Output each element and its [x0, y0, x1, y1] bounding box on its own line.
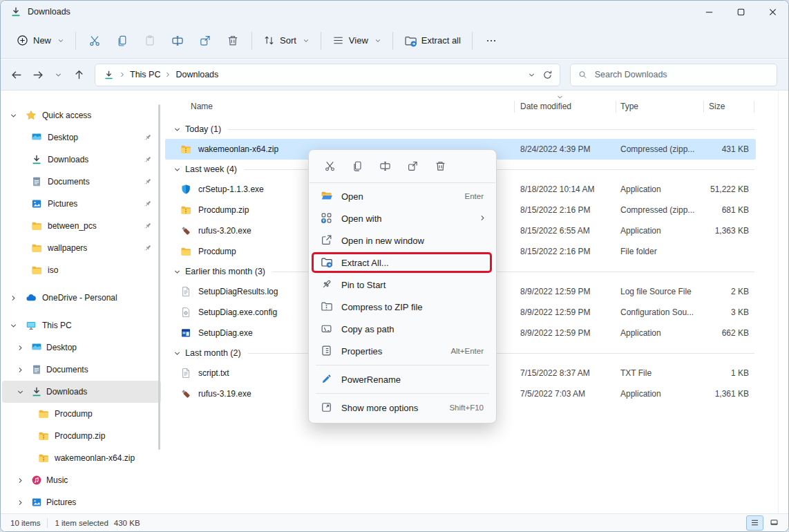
breadcrumb[interactable]: This PC Downloads: [95, 64, 560, 86]
up-button[interactable]: [68, 64, 89, 85]
sidebar-item-pc-music[interactable]: Music: [2, 469, 161, 491]
close-button[interactable]: [757, 1, 788, 23]
sidebar-item-between-pcs[interactable]: between_pcs: [2, 215, 161, 237]
refresh-icon[interactable]: [542, 70, 553, 80]
context-menu-item-open-in-new-window[interactable]: Open in new window: [312, 229, 493, 251]
context-menu-item-copy-as-path[interactable]: Copy as path: [312, 318, 493, 340]
zip-folder-icon: [180, 205, 191, 216]
context-menu-item-properties[interactable]: Properties Alt+Enter: [312, 340, 493, 362]
maximize-button[interactable]: [725, 1, 757, 23]
delete-icon[interactable]: [426, 155, 454, 176]
chevron-down-icon[interactable]: [16, 388, 24, 396]
sort-button[interactable]: Sort: [257, 30, 316, 51]
sidebar-item-wallpapers[interactable]: wallpapers: [2, 237, 161, 259]
back-button[interactable]: [6, 64, 27, 85]
details-view-toggle[interactable]: [746, 515, 763, 531]
context-menu-item-show-more-options[interactable]: Show more options Shift+F10: [312, 397, 493, 419]
downloads-icon: [104, 70, 114, 80]
address-bar: This PC Downloads: [1, 59, 788, 91]
breadcrumb-downloads[interactable]: Downloads: [171, 67, 222, 82]
sidebar-item-onedrive[interactable]: OneDrive - Personal: [2, 287, 161, 309]
sidebar-item-iso[interactable]: iso: [2, 259, 161, 281]
search-input[interactable]: [593, 69, 769, 80]
toolbar-separator: [321, 32, 321, 50]
context-menu: Open Enter Open with Open in new window …: [308, 149, 497, 424]
chevron-right-icon[interactable]: [16, 344, 24, 352]
sidebar-item-pc-procdump[interactable]: Procdump: [2, 403, 161, 425]
context-menu-item-powerrename[interactable]: PowerRename: [312, 368, 493, 390]
chevron-right-icon[interactable]: [9, 294, 17, 302]
sidebar-item-desktop[interactable]: Desktop: [2, 126, 161, 149]
cut-icon[interactable]: [81, 28, 108, 53]
share-icon[interactable]: [399, 155, 426, 176]
address-dropdown-chevron[interactable]: [528, 71, 535, 79]
see-more-button[interactable]: [477, 28, 505, 53]
navigation-pane: Quick access Desktop Downloads Documents…: [1, 91, 162, 513]
chevron-down-icon[interactable]: [9, 322, 17, 330]
selection-count: 1 item selected: [55, 519, 108, 527]
breadcrumb-this-pc[interactable]: This PC: [126, 67, 164, 82]
cut-icon[interactable]: [316, 155, 343, 176]
chevron-down-icon[interactable]: [9, 112, 17, 120]
context-menu-item-extract-all[interactable]: Extract All...: [312, 251, 493, 274]
list-scrollbar-track[interactable]: [778, 91, 779, 513]
sidebar-item-quick-access[interactable]: Quick access: [2, 104, 161, 126]
paste-icon[interactable]: [136, 28, 164, 53]
sidebar-item-this-pc[interactable]: This PC: [2, 314, 161, 336]
sidebar-item-pictures[interactable]: Pictures: [2, 193, 161, 215]
selection-size: 430 KB: [114, 519, 140, 527]
sidebar-item-pc-desktop[interactable]: Desktop: [2, 336, 161, 359]
chevron-right-icon[interactable]: [16, 477, 24, 484]
copy-as-path-icon: [321, 323, 332, 334]
folder-icon: [31, 243, 42, 254]
column-header-date-modified[interactable]: Date modified: [520, 102, 571, 111]
sort-descending-chevron: [556, 93, 564, 101]
sidebar-item-pc-documents[interactable]: Documents: [2, 359, 161, 381]
context-menu-item-pin-to-start[interactable]: Pin to Start: [312, 274, 493, 296]
group-header-today[interactable]: Today (1): [165, 120, 766, 139]
music-icon: [31, 475, 42, 486]
new-button[interactable]: New: [10, 30, 70, 51]
search-box[interactable]: [570, 64, 777, 86]
sidebar-item-pc-procdump-zip[interactable]: Procdump.zip: [2, 425, 161, 447]
context-menu-item-open[interactable]: Open Enter: [312, 185, 493, 207]
copy-icon[interactable]: [108, 28, 136, 53]
share-icon[interactable]: [191, 28, 219, 53]
delete-icon[interactable]: [219, 28, 247, 53]
copy-icon[interactable]: [343, 155, 371, 176]
minimize-button[interactable]: [693, 1, 725, 23]
pin-icon: [144, 133, 152, 142]
view-button[interactable]: View: [326, 30, 388, 51]
rename-icon[interactable]: [164, 28, 191, 53]
text-file-icon: [180, 368, 191, 379]
context-menu-item-compress-to-zip[interactable]: Compress to ZIP file: [312, 296, 493, 318]
chevron-right-icon: [479, 214, 486, 222]
sidebar-scrollbar[interactable]: [158, 104, 160, 450]
context-menu-item-open-with[interactable]: Open with: [312, 207, 493, 229]
properties-icon: [321, 345, 332, 357]
chevron-down-icon: [173, 350, 181, 357]
rename-icon[interactable]: [371, 155, 399, 176]
sidebar-item-pc-downloads[interactable]: Downloads: [2, 381, 161, 403]
forward-button[interactable]: [27, 64, 48, 85]
pin-icon: [144, 178, 152, 186]
chevron-right-icon[interactable]: [16, 366, 24, 374]
chevron-right-icon[interactable]: [16, 499, 24, 506]
zip-folder-icon: [38, 430, 49, 441]
extract-all-button[interactable]: Extract all: [398, 30, 467, 52]
recent-locations-chevron[interactable]: [48, 64, 68, 85]
pin-icon: [144, 155, 152, 164]
column-header-size[interactable]: Size: [709, 102, 725, 111]
sidebar-item-downloads[interactable]: Downloads: [2, 149, 161, 171]
sidebar-item-pc-wakemeonlan-zip[interactable]: wakemeonlan-x64.zip: [2, 447, 161, 469]
sidebar-item-pc-pictures[interactable]: Pictures: [2, 491, 161, 513]
column-headers: Name Date modified Type Size: [165, 96, 766, 117]
title-bar: Downloads: [1, 1, 788, 23]
window-title: Downloads: [28, 7, 70, 17]
chevron-down-icon: [57, 37, 64, 44]
large-icons-view-toggle[interactable]: [766, 515, 783, 531]
column-header-type[interactable]: Type: [620, 102, 638, 111]
column-header-name[interactable]: Name: [191, 102, 213, 111]
annotation-highlight: [312, 252, 492, 273]
sidebar-item-documents[interactable]: Documents: [2, 171, 161, 193]
